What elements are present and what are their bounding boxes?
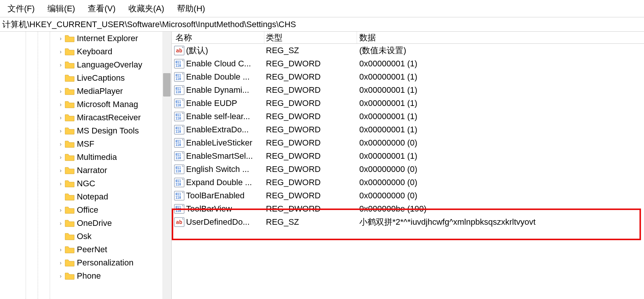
folder-icon	[65, 245, 75, 254]
tree-item[interactable]: ›Multimedia	[0, 150, 171, 164]
tree-scrollbar-thumb[interactable]	[163, 73, 171, 97]
tree-item[interactable]: ›OneDrive	[0, 216, 171, 230]
address-bar[interactable]: 计算机\HKEY_CURRENT_USER\Software\Microsoft…	[0, 17, 644, 32]
expander-icon[interactable]: ›	[57, 207, 64, 213]
value-type: REG_DWORD	[264, 85, 357, 95]
tree-item-label: Phone	[77, 271, 101, 281]
expander-icon[interactable]: ›	[57, 101, 64, 107]
value-type: REG_DWORD	[264, 72, 357, 82]
tree-item[interactable]: ›NGC	[0, 177, 171, 190]
tree-item[interactable]: ›MS Design Tools	[0, 124, 171, 137]
value-row[interactable]: (默认)REG_SZ(数值未设置)	[172, 44, 644, 57]
expander-icon[interactable]: ›	[57, 247, 64, 253]
tree-item-label: Microsoft Manag	[77, 100, 138, 109]
value-type: REG_SZ	[264, 46, 357, 55]
value-name: EnableSmartSel...	[186, 151, 253, 161]
column-header-data[interactable]: 数据	[357, 32, 644, 43]
expander-icon[interactable]: ›	[57, 35, 64, 41]
tree-item[interactable]: ›Internet Explorer	[0, 32, 171, 45]
value-type: REG_DWORD	[264, 112, 357, 121]
expander-icon[interactable]: ›	[57, 128, 64, 134]
value-data: 0x00000001 (1)	[357, 59, 644, 69]
reg-dword-icon	[174, 59, 185, 69]
value-data: 0x000000be (190)	[357, 204, 644, 214]
menu-view[interactable]: 查看(V)	[88, 3, 115, 14]
tree-item-label: PeerNet	[77, 245, 107, 255]
value-row[interactable]: Enable self-lear...REG_DWORD0x00000001 (…	[172, 110, 644, 123]
menu-favorites[interactable]: 收藏夹(A)	[128, 3, 164, 14]
tree-item[interactable]: ›MediaPlayer	[0, 84, 171, 98]
value-row[interactable]: Enable Dynami...REG_DWORD0x00000001 (1)	[172, 83, 644, 97]
expander-icon[interactable]: ›	[57, 167, 64, 173]
expander-icon[interactable]: ›	[57, 181, 64, 187]
tree-item[interactable]: ›Office	[0, 203, 171, 216]
tree-item-label: LiveCaptions	[77, 73, 125, 83]
value-name-cell: Enable Cloud C...	[172, 59, 264, 69]
value-data: 0x00000001 (1)	[357, 125, 644, 135]
expander-icon[interactable]: ›	[57, 154, 64, 160]
value-data: (数值未设置)	[357, 45, 644, 56]
value-type: REG_SZ	[264, 217, 357, 227]
folder-icon	[65, 153, 75, 161]
value-row[interactable]: Expand Double ...REG_DWORD0x00000000 (0)	[172, 176, 644, 189]
tree-item-label: Narrator	[77, 166, 107, 175]
folder-icon	[65, 179, 75, 188]
tree-item[interactable]: ›PeerNet	[0, 243, 171, 256]
value-name: Enable Dynami...	[186, 85, 249, 95]
value-name-cell: Enable self-lear...	[172, 112, 264, 121]
expander-icon[interactable]: ›	[57, 220, 64, 226]
tree-item[interactable]: ›Phone	[0, 269, 171, 282]
value-data: 0x00000001 (1)	[357, 112, 644, 121]
expander-icon[interactable]: ›	[57, 62, 64, 68]
reg-sz-icon	[174, 46, 185, 55]
value-row[interactable]: UserDefinedDo...REG_SZ小鹤双拼*2*^*iuvdjhcwf…	[172, 215, 644, 228]
value-data: 0x00000001 (1)	[357, 151, 644, 161]
value-row[interactable]: ToolBarEnabledREG_DWORD0x00000000 (0)	[172, 189, 644, 202]
expander-icon[interactable]: ›	[57, 273, 64, 279]
value-row[interactable]: EnableLiveStickerREG_DWORD0x00000000 (0)	[172, 136, 644, 149]
tree-item[interactable]: ·LiveCaptions	[0, 71, 171, 84]
menu-edit[interactable]: 编辑(E)	[47, 3, 75, 14]
expander-icon[interactable]: ›	[57, 141, 64, 147]
menu-help[interactable]: 帮助(H)	[177, 3, 205, 14]
tree-item[interactable]: ·Osk	[0, 230, 171, 243]
folder-icon	[65, 34, 75, 43]
tree-scrollbar-track[interactable]	[162, 32, 171, 299]
tree-item[interactable]: ›Microsoft Manag	[0, 98, 171, 111]
tree-item[interactable]: ›Keyboard	[0, 45, 171, 58]
value-row[interactable]: English Switch ...REG_DWORD0x00000000 (0…	[172, 163, 644, 176]
tree-item-label: Internet Explorer	[77, 34, 138, 43]
tree-item-label: LanguageOverlay	[77, 60, 142, 70]
reg-dword-icon	[174, 125, 185, 135]
expander-icon[interactable]: ›	[57, 115, 64, 121]
tree-item[interactable]: ›LanguageOverlay	[0, 58, 171, 71]
menu-file[interactable]: 文件(F)	[8, 3, 35, 14]
value-data: 0x00000000 (0)	[357, 191, 644, 201]
tree-item[interactable]: ·Notepad	[0, 190, 171, 203]
expander-icon[interactable]: ›	[57, 260, 64, 266]
value-row[interactable]: ToolBarViewREG_DWORD0x000000be (190)	[172, 202, 644, 215]
value-row[interactable]: Enable Double ...REG_DWORD0x00000001 (1)	[172, 70, 644, 83]
value-name-cell: Expand Double ...	[172, 178, 264, 187]
column-header-name[interactable]: 名称	[172, 32, 264, 43]
folder-icon	[65, 87, 75, 95]
tree-item[interactable]: ›MiracastReceiver	[0, 111, 171, 124]
value-row[interactable]: Enable Cloud C...REG_DWORD0x00000001 (1)	[172, 57, 644, 70]
value-name: (默认)	[186, 45, 208, 56]
tree-item-label: NGC	[77, 179, 95, 189]
value-data: 0x00000000 (0)	[357, 178, 644, 187]
tree-item[interactable]: ›MSF	[0, 137, 171, 150]
value-row[interactable]: EnableExtraDo...REG_DWORD0x00000001 (1)	[172, 123, 644, 136]
reg-dword-icon	[174, 164, 185, 174]
tree-item[interactable]: ›Narrator	[0, 164, 171, 177]
value-row[interactable]: EnableSmartSel...REG_DWORD0x00000001 (1)	[172, 149, 644, 163]
expander-icon[interactable]: ›	[57, 49, 64, 55]
value-data: 0x00000001 (1)	[357, 85, 644, 95]
value-row[interactable]: Enable EUDPREG_DWORD0x00000001 (1)	[172, 97, 644, 110]
expander-icon[interactable]: ›	[57, 88, 64, 94]
column-header-type[interactable]: 类型	[264, 32, 357, 43]
tree-item[interactable]: ›Personalization	[0, 256, 171, 269]
main-pane: ›Internet Explorer›Keyboard›LanguageOver…	[0, 32, 644, 299]
reg-dword-icon	[174, 98, 185, 108]
value-name: UserDefinedDo...	[186, 217, 250, 227]
